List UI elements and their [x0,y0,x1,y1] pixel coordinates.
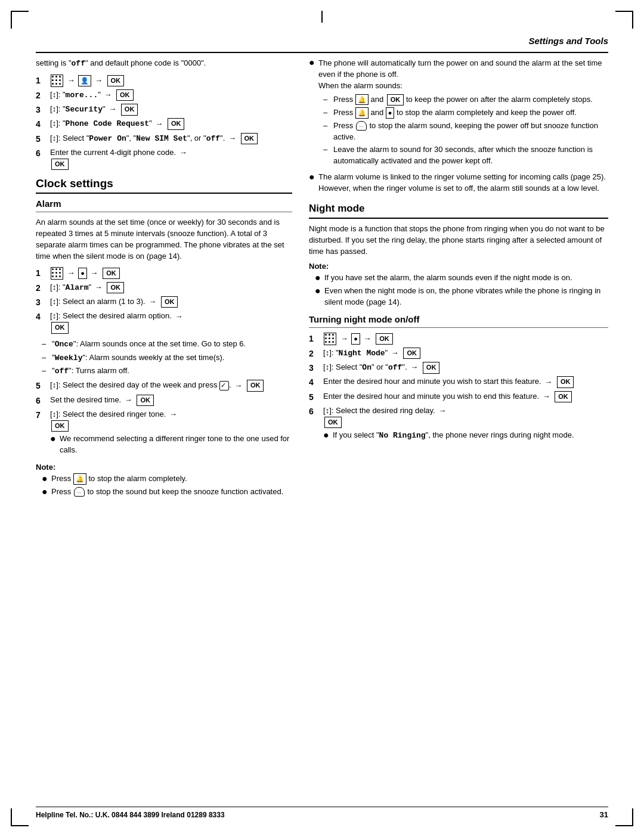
power-icon: ● [386,107,395,119]
ok-alarm-4: OK [51,322,69,333]
step-2: 2 [↕]: "more..." → OK [36,89,292,101]
alarm-step-7: 7 [↕]: Select the desired ringer tone. →… [36,409,292,458]
ok-button-4: OK [168,118,185,129]
menu-icon-night [324,333,336,345]
alarm-volume-item: ● The alarm volume is linked to the ring… [309,172,608,194]
page: Settings and Tools setting is "off" and … [0,0,644,837]
no-ringing-note: ● If you select "No Ringing", the phone … [323,430,608,442]
ok-night-3: OK [423,362,440,373]
step-1: 1 → 👤 → OK [36,75,292,87]
corner-mark-bl [11,808,29,826]
night-note-bullets: ● If you have set the alarm, the alarm s… [309,272,608,308]
ok-alarm-5: OK [247,380,264,391]
night-note-text-1: If you have set the alarm, the alarm sou… [324,272,572,284]
intro-text: setting is "off" and default phone code … [36,58,292,70]
ok-night-2: OK [403,348,420,359]
alarm-note-section: Note: ● Press 🔔 to stop the alarm comple… [36,463,292,498]
footer-helpline: Helpline Tel. No.: U.K. 0844 844 3899 Ir… [36,811,225,819]
night-step-4: 4 Enter the desired hour and minute you … [309,376,608,388]
note-bullet-1: ● Press 🔔 to stop the alarm completely. [42,473,292,485]
night-mode-divider [309,218,608,219]
night-steps-list: 1 → ● → OK [309,333,608,444]
alarm-intro: An alarm sounds at the set time (once or… [36,217,292,262]
alarm-sound-4: – Leave the alarm to sound for 30 second… [323,144,608,167]
alarm-sound-2: – Press 🔔 and ● to stop the alarm comple… [323,107,608,119]
alarm-step-6: 6 Set the desired time. → OK [36,395,292,407]
night-note-2: ● Even when the night mode is on, the ph… [315,286,608,308]
alarm-sub-off: – "off": Turns alarm off. [42,365,292,377]
alarm-step-3: 3 [↕]: Select an alarm (1 to 3). → OK [36,296,292,308]
alarm-step-5: 5 [↕]: Select the desired day of the wee… [36,380,292,392]
ok-alarm-1: OK [103,268,120,279]
note-bullets-list: ● Press 🔔 to stop the alarm completely. … [36,473,292,498]
alarm-sub-weekly: – "Weekly": Alarm sounds weekly at the s… [42,352,292,364]
alarm-sub-once: – "Once": Alarm sounds once at the set t… [42,339,292,351]
press-icon-2: 🔔 [355,107,369,119]
turning-title: Turning night mode on/off [309,314,608,324]
clock-settings-section: Clock settings Alarm An alarm sounds at … [36,177,292,497]
two-column-layout: setting is "off" and default phone code … [36,58,608,500]
night-mode-intro: Night mode is a function that stops the … [309,224,608,258]
auto-power-section: ● The phone will automatically turn the … [309,58,608,194]
night-note-1: ● If you have set the alarm, the alarm s… [315,272,608,284]
alarm-step-4: 4 [↕]: Select the desired alarm option. … [36,311,292,333]
turning-section: Turning night mode on/off 1 [309,314,608,444]
step-5: 5 [↕]: Select "Power On", "New SIM Set",… [36,133,292,145]
note-label: Note: [36,463,55,472]
night-step-1: 1 → ● → OK [309,333,608,345]
right-column: ● The phone will automatically turn the … [309,58,608,500]
alarm-sound-3: – Press to stop the alarm sound, keeping… [323,120,608,143]
ok-alarm-7: OK [51,420,69,432]
alarm-step-1: 1 → ● → OK [36,267,292,280]
ok-night-5: OK [555,391,572,402]
corner-mark-tr [615,11,633,29]
person-icon: 👤 [78,75,91,86]
ok-button-3: OK [121,104,138,115]
ok-button-6: OK [51,159,69,170]
press-icon-1: 🔔 [355,94,369,106]
alarm-divider [36,212,292,212]
night-step-5: 5 Enter the desired hour and minute you … [309,391,608,403]
left-column: setting is "off" and default phone code … [36,58,292,500]
night-note-text-2: Even when the night mode is on, the phon… [324,286,608,308]
snooze-icon [74,487,85,497]
snooze-icon-2 [356,121,367,131]
footer-page-number: 31 [600,810,608,819]
clock-settings-title: Clock settings [36,177,292,190]
step-3: 3 [↕]: "Security" → OK [36,104,292,116]
alarm-steps-cont-list: 5 [↕]: Select the desired day of the wee… [36,380,292,458]
clock-divider [36,193,292,194]
night-mode-section: Night mode Night mode is a function that… [309,203,608,444]
menu-icon-alarm [51,267,63,280]
page-title: Settings and Tools [528,36,608,46]
alarm-sound-sub: – Press 🔔 and OK to keep the power on af… [318,94,608,168]
step-6: 6 Enter the current 4-digit phone code. … [36,147,292,170]
header-divider [36,52,608,53]
top-steps-list: 1 → 👤 → OK [36,75,292,170]
alarm-step-2: 2 [↕]: "Alarm" → OK [36,282,292,294]
night-step-2: 2 [↕]: "Night Mode" → OK [309,348,608,359]
top-center-line [321,11,323,23]
ok-night-6: OK [324,417,342,428]
alarm-subtitle: Alarm [36,199,292,209]
ok-alarm-2: OK [107,282,124,293]
alarm-bell-icon: ● [78,268,87,279]
menu-icon [51,75,63,87]
clock-icon: ● [351,333,360,345]
corner-mark-tl [11,11,29,29]
content-area: Settings and Tools setting is "off" and … [36,36,608,801]
page-header: Settings and Tools [36,36,608,46]
alarm-stop-icon: 🔔 [73,473,86,485]
note-bullet-2: ● Press to stop the sound but keep the s… [42,486,292,498]
ok-button-5: OK [241,133,258,144]
auto-power-item: ● The phone will automatically turn the … [309,58,608,169]
alarm-steps-list: 1 → ● → OK [36,267,292,334]
ok-night-1: OK [376,333,393,345]
corner-mark-br [615,808,633,826]
alarm-volume-text: The alarm volume is linked to the ringer… [318,172,608,194]
alarm-ringer-note: ● We recommend selecting a different rin… [50,433,292,456]
ok-alarm-6: OK [137,395,154,406]
night-step-3: 3 [↕]: Select "On" or "off". → OK [309,362,608,374]
ok-button-1: OK [107,75,125,86]
night-note-section: Note: ● If you have set the alarm, the a… [309,262,608,308]
